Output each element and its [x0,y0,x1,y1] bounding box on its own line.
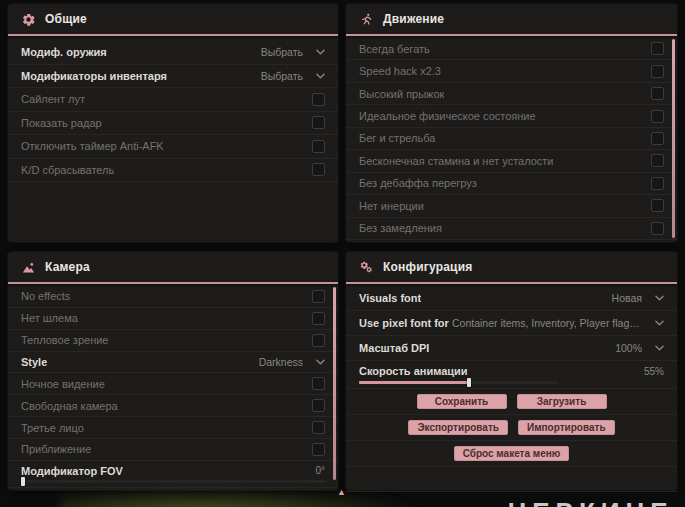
button[interactable]: Загрузить [517,394,607,409]
panel-movement: Движение Всегда бегатьSpeed hack x2.3Выс… [346,4,677,242]
dropdown[interactable]: 100% [615,342,664,354]
slider-value: 55% [644,366,664,377]
row-dropdown[interactable]: Масштаб DPI100% [346,336,677,361]
row-checkbox[interactable]: K/D сбрасыватель [8,159,338,183]
runner-icon [359,12,374,27]
row-label: Без замедления [359,222,442,234]
checkbox[interactable] [651,222,664,235]
header-accent [346,34,677,36]
row-checkbox[interactable]: Сайлент лут [8,88,338,112]
button[interactable]: Импортировать [518,420,615,435]
row-checkbox[interactable]: Нет инерции [346,195,677,217]
row-dropdown[interactable]: Модиф. оружияВыбрать [8,41,338,65]
checkbox[interactable] [651,154,664,167]
row-label: Показать радар [21,117,102,129]
row-checkbox[interactable]: Без дебаффа перегруз [346,173,677,195]
panel-header: Конфигурация [346,252,677,282]
row-label: Приближение [21,443,91,455]
checkbox[interactable] [312,140,325,153]
checkbox[interactable] [651,177,664,190]
row-dropdown[interactable]: Visuals fontНовая [346,286,677,311]
panel-general: Общие Модиф. оружияВыбратьМодификаторы и… [8,4,338,242]
row-checkbox[interactable]: Отключить таймер Anti-AFK [8,135,338,159]
panel-rows: Модиф. оружияВыбратьМодификаторы инвента… [8,38,338,240]
chevron-down-icon [316,49,325,55]
row-checkbox[interactable]: Бег и стрельба [346,128,677,150]
slider-thumb[interactable] [21,477,25,486]
panel-header: Камера [8,252,338,282]
slider-fill [359,381,469,384]
checkbox[interactable] [651,132,664,145]
row-label: Тепловое зрение [21,334,108,346]
panel-rows: Всегда бегатьSpeed hack x2.3Высокий прыж… [346,38,677,240]
checkbox[interactable] [312,93,325,106]
button[interactable]: Сброс макета меню [454,446,570,461]
scrollbar[interactable] [672,39,675,238]
checkbox[interactable] [651,110,664,123]
panel-header: Движение [346,4,677,34]
slider-track[interactable] [359,381,559,384]
dropdown-value: Darkness [259,356,303,368]
row-checkbox[interactable]: Приближение [8,439,338,461]
row-label: K/D сбрасыватель [21,164,114,176]
row-dropdown[interactable]: Модификаторы инвентаряВыбрать [8,65,338,89]
row-label: Бег и стрельба [359,132,435,144]
row-slider[interactable]: Скорость анимации55% [346,361,677,389]
button[interactable]: Сохранить [417,394,507,409]
checkbox[interactable] [651,87,664,100]
checkbox[interactable] [312,421,325,434]
button[interactable]: Экспортировать [408,420,508,435]
row-label: Свободная камера [21,400,118,412]
row-dropdown[interactable]: StyleDarkness [8,352,338,374]
checkbox[interactable] [312,399,325,412]
dropdown[interactable]: Выбрать [261,46,325,58]
chevron-down-icon [316,359,325,365]
row-checkbox[interactable]: Показать радар [8,112,338,136]
dropdown[interactable]: Новая [612,292,664,304]
panel-config: Конфигурация Visuals fontНоваяUse pixel … [346,252,677,490]
row-checkbox[interactable]: Нет шлема [8,308,338,330]
row-checkbox[interactable]: Третье лицо [8,417,338,439]
dropdown[interactable]: Выбрать [261,70,325,82]
row-checkbox[interactable]: Бесконечная стамина и нет усталости [346,150,677,172]
row-dropdown[interactable]: Use pixel font forContainer items, Inven… [346,311,677,336]
dropdown[interactable]: Darkness [259,356,325,368]
scrollbar[interactable] [333,287,336,480]
row-label: Отключить таймер Anti-AFK [21,140,164,152]
dropdown-value: Новая [612,292,642,304]
slider-thumb[interactable] [467,378,471,387]
checkbox[interactable] [312,443,325,456]
row-checkbox[interactable]: Свободная камера [8,395,338,417]
checkbox[interactable] [312,163,325,176]
checkbox[interactable] [312,377,325,390]
row-label: Идеальное физическое состояние [359,110,536,122]
row-label: Масштаб DPI [359,342,429,354]
checkbox[interactable] [651,65,664,78]
row-checkbox[interactable]: Тепловое зрение [8,330,338,352]
gear-icon [21,12,36,27]
row-label: Сайлент лут [21,93,85,105]
checkbox[interactable] [651,42,664,55]
dropdown-value: Выбрать [261,46,303,58]
row-label: Speed hack x2.3 [359,65,441,77]
row-checkbox[interactable]: Speed hack x2.3 [346,60,677,82]
spacer-row [346,467,677,492]
panel-rows: No effectsНет шлемаТепловое зрениеStyleD… [8,286,338,488]
checkbox[interactable] [312,116,325,129]
slider-track[interactable] [21,480,325,483]
row-checkbox[interactable]: Ночное видение [8,373,338,395]
checkbox[interactable] [312,334,325,347]
checkbox[interactable] [312,290,325,303]
row-checkbox[interactable]: Без замедления [346,218,677,240]
row-label: Скорость анимации [359,365,468,377]
row-checkbox[interactable]: Идеальное физическое состояние [346,105,677,127]
checkbox[interactable] [312,312,325,325]
checkbox[interactable] [651,199,664,212]
row-checkbox[interactable]: Всегда бегать [346,38,677,60]
scroll-indicator-icon[interactable]: ▲ [337,487,346,497]
dropdown[interactable]: Container items, Inventory, Player flags… [452,317,664,329]
row-checkbox[interactable]: Высокий прыжок [346,83,677,105]
row-label: Всегда бегать [359,43,430,55]
row-slider[interactable]: Модификатор FOV0° [8,461,338,488]
row-checkbox[interactable]: No effects [8,286,338,308]
